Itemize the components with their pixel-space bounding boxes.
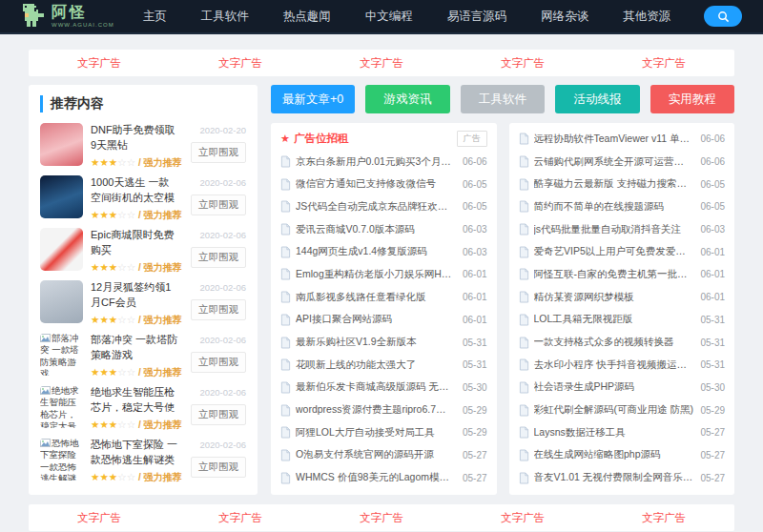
- recommended-thumbnail[interactable]: DNF助手免费领取9天黑钻: [40, 123, 83, 166]
- text-ad-link[interactable]: 文字广告: [77, 56, 121, 71]
- article-title[interactable]: 阿怪互联-自家的免费主机第一批正式开启: [534, 268, 694, 281]
- article-title[interactable]: WHMCS 价值98美元的Lagom模板开源: [296, 471, 456, 484]
- article-title[interactable]: API接口聚合网站源码: [296, 313, 456, 326]
- nav-item[interactable]: 易语言源码: [447, 9, 507, 25]
- article-title[interactable]: 最新伯乐发卡商城高级版源码 无后门: [296, 380, 456, 394]
- article-title[interactable]: 阿狸LOL大厅自动接受对局工具: [296, 426, 456, 440]
- view-now-button[interactable]: 立即围观: [191, 247, 246, 268]
- article-row: 爱奇艺VIP5以上用户可免费发爱奇艺VIP红包 06-01: [519, 240, 726, 263]
- view-now-button[interactable]: 立即围观: [191, 299, 246, 320]
- article-title[interactable]: 微信官方通知已支持修改微信号: [296, 177, 456, 191]
- article-title[interactable]: 在线生成网站缩略图php源码: [534, 448, 694, 461]
- article-title[interactable]: 去水印小程序 快手抖音视频搬运工上热门...: [534, 358, 694, 372]
- recommended-thumbnail[interactable]: Epic商城限时免费购买《SUPERHOT》游戏: [40, 228, 83, 271]
- ad-slot-title[interactable]: 广告位招租: [294, 132, 457, 146]
- site-logo[interactable]: 阿怪 WWW.AGUAI.COM: [21, 4, 114, 29]
- view-now-button[interactable]: 立即围观: [191, 194, 246, 215]
- article-title[interactable]: LOL工具箱无限视距版: [534, 313, 694, 326]
- article-title[interactable]: 简约而不简单的在线搜题源码: [534, 200, 694, 214]
- recommended-thumbnail[interactable]: 恐怖地下室探险 一款恐怖逃生解谜类游戏: [40, 438, 83, 481]
- article-title[interactable]: 最新乐购社区V1.9全新版本: [296, 336, 456, 349]
- text-ad-link[interactable]: 文字广告: [501, 511, 545, 525]
- recommended-thumbnail[interactable]: 1000天逃生 一款空间街机的太空模拟经营游戏: [40, 175, 83, 218]
- recommended-title[interactable]: 12月灵狐签约领1月CF会员: [91, 280, 179, 311]
- recommended-title[interactable]: 1000天逃生 一款空间街机的太空模拟经营游戏: [91, 175, 179, 206]
- recommended-title[interactable]: DNF助手免费领取9天黑钻: [91, 123, 179, 153]
- document-icon: [519, 337, 529, 349]
- article-date: 06-05: [700, 179, 725, 190]
- recommended-title[interactable]: 部落冲突 一款塔防策略游戏: [91, 333, 179, 363]
- article-title[interactable]: 南瓜影视多线路任意看绿化版: [296, 291, 456, 304]
- nav-item[interactable]: 网络杂谈: [541, 9, 588, 25]
- document-icon: [519, 268, 529, 280]
- view-now-button[interactable]: 立即围观: [191, 352, 246, 373]
- article-title[interactable]: O泡易支付系统官网的源码开源: [296, 448, 456, 461]
- text-ad-link[interactable]: 文字广告: [642, 56, 686, 71]
- article-title[interactable]: 云铺购代刷网系统全开源可运营程序搭建: [534, 155, 694, 169]
- text-ad-link[interactable]: 文字广告: [360, 511, 403, 525]
- recommended-title[interactable]: 绝地求生智能压枪芯片，稳定大号使用，永久免费: [91, 385, 179, 416]
- nav-item[interactable]: 其他资源: [623, 9, 670, 25]
- recommended-list: DNF助手免费领取9天黑钻 DNF助手免费领取9天黑钻 ★★★☆☆ / 强力推荐…: [40, 118, 246, 485]
- article-date: 06-01: [700, 292, 725, 302]
- text-ad-link[interactable]: 文字广告: [501, 56, 545, 71]
- recommended-item: 恐怖地下室探险 一款恐怖逃生解谜类游戏 恐怖地下室探险 一款恐怖逃生解谜类游戏 …: [40, 433, 246, 485]
- star-icon: ★: [280, 133, 290, 145]
- text-ad-link[interactable]: 文字广告: [218, 511, 262, 525]
- article-list-right: 远程协助软件TeamViewer v11 单文件版 06-06 云铺购代刷网系统…: [509, 123, 735, 495]
- article-title[interactable]: 远程协助软件TeamViewer v11 单文件版: [534, 133, 694, 146]
- recommend-label: / 强力推荐: [138, 419, 182, 430]
- document-icon: [280, 358, 291, 371]
- category-button[interactable]: 实用教程: [650, 85, 734, 113]
- article-title[interactable]: 音友V1.01 无视付费限制全网音乐无损免费...: [534, 471, 694, 484]
- article-title[interactable]: 144g网页生成v1.4修复版源码: [296, 245, 456, 258]
- nav-item[interactable]: 主页: [143, 9, 167, 25]
- category-button[interactable]: 最新文章+0: [271, 85, 355, 113]
- article-title[interactable]: wordpress资源付费主题ripro6.7含美化包...: [296, 403, 456, 417]
- text-ad-link[interactable]: 文字广告: [360, 56, 403, 71]
- recommended-thumbnail[interactable]: 部落冲突 一款塔防策略游戏: [40, 333, 83, 376]
- view-now-button[interactable]: 立即围观: [191, 404, 246, 425]
- text-ad-link[interactable]: 文字广告: [218, 56, 262, 71]
- article-title[interactable]: 社会语录生成PHP源码: [534, 380, 694, 394]
- article-title[interactable]: 一款支持格式众多的视频转换器: [534, 336, 694, 349]
- article-title[interactable]: 爱讯云商城V0.7.0版本源码: [296, 223, 456, 236]
- document-icon: [519, 291, 529, 303]
- document-icon: [519, 404, 529, 417]
- recommended-title[interactable]: Epic商城限时免费购买《SUPERHOT》游戏: [91, 228, 179, 258]
- view-now-button[interactable]: 立即围观: [191, 142, 246, 163]
- article-title[interactable]: 精仿某资源网织梦模板: [534, 291, 694, 304]
- article-date: 05-31: [463, 359, 487, 370]
- recommended-thumbnail[interactable]: 绝地求生智能压枪芯片，稳定大号使用，永久免费: [40, 385, 83, 428]
- category-button[interactable]: 工具软件: [461, 85, 545, 113]
- article-date: 05-31: [700, 315, 725, 325]
- document-icon: [519, 155, 529, 168]
- recommended-thumbnail[interactable]: 12月灵狐签约领1月CF会员: [40, 280, 83, 323]
- text-ad-link[interactable]: 文字广告: [77, 511, 121, 525]
- nav-item[interactable]: 热点趣闻: [283, 9, 331, 25]
- nav-item[interactable]: 中文编程: [365, 9, 413, 25]
- article-title[interactable]: 花呗新上线的功能太强大了: [296, 358, 456, 372]
- document-icon: [280, 155, 291, 168]
- document-icon: [519, 200, 529, 213]
- document-icon: [519, 133, 529, 145]
- article-title[interactable]: Laysns数据迁移工具: [534, 426, 694, 440]
- article-row: Laysns数据迁移工具 05-27: [519, 421, 726, 444]
- recommended-title[interactable]: 恐怖地下室探险 一款恐怖逃生解谜类游戏: [91, 438, 179, 468]
- article-title[interactable]: js代码批量批量自动取消抖音关注: [534, 223, 694, 236]
- article-title[interactable]: JS代码全自动完成京东品牌狂欢城活动任务: [296, 200, 456, 214]
- category-button[interactable]: 游戏资讯: [365, 85, 449, 113]
- search-button[interactable]: [704, 6, 742, 27]
- document-icon: [280, 314, 291, 326]
- article-title[interactable]: 京东白条新用户0.01元购买3个月爱奇艺黄...: [296, 155, 456, 169]
- view-now-button[interactable]: 立即围观: [191, 457, 246, 478]
- nav-item[interactable]: 工具软件: [201, 9, 249, 25]
- document-icon: [280, 200, 291, 213]
- text-ad-link[interactable]: 文字广告: [642, 511, 686, 525]
- star-rating-filled: ★★★: [91, 366, 117, 378]
- article-title[interactable]: 酷享磁力云最新版 支持磁力搜索下载和一...: [534, 177, 694, 191]
- article-title[interactable]: 彩虹代刷全解源码(可商业用途 防黑): [534, 403, 694, 417]
- article-title[interactable]: Emlog重构精仿老版小刀娱乐网HFoldao模...: [296, 268, 456, 281]
- article-title[interactable]: 爱奇艺VIP5以上用户可免费发爱奇艺VIP红包: [534, 245, 694, 258]
- category-button[interactable]: 活动线报: [555, 85, 639, 113]
